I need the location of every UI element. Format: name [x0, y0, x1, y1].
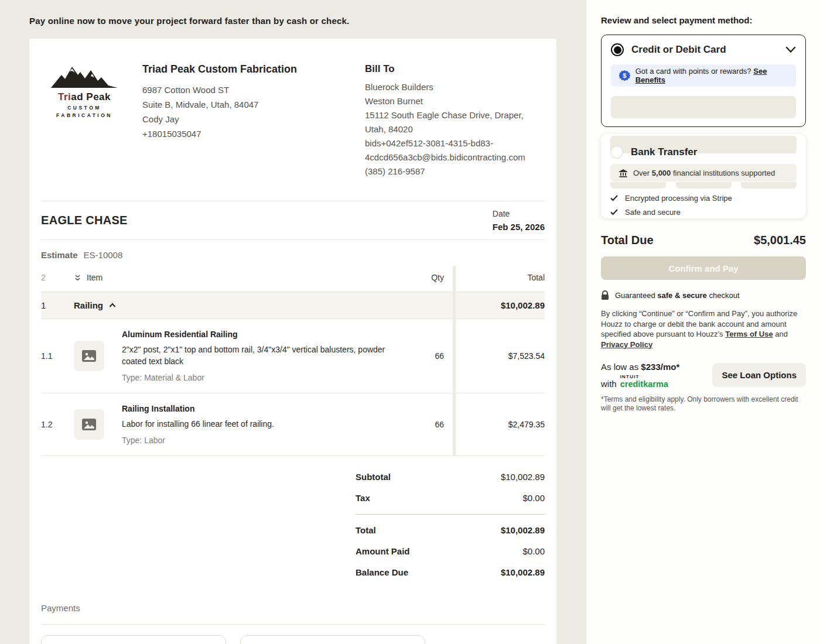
dollar-badge-icon: $ [619, 70, 630, 81]
creditkarma-logo: INTUIT creditkarma [620, 375, 668, 389]
main-content: Pay online now to move your project forw… [0, 0, 586, 644]
group-row-railing[interactable]: 1 Railing $10,002.89 [41, 292, 545, 319]
credit-card-label: Credit or Debit Card [631, 44, 778, 56]
item-text: Railing Installation Labor for installin… [122, 404, 409, 445]
tax-label: Tax [356, 492, 370, 505]
logo-subtitle-1: CUSTOM [50, 105, 119, 111]
bill-to-title: Bill To [365, 63, 545, 75]
item-qty: 66 [409, 351, 444, 361]
balance-due-label: Balance Due [356, 566, 408, 579]
bank-transfer-card[interactable]: Bank Transfer Over 5,000 financial insti… [601, 134, 806, 218]
authorization-text: By clicking “Continue” or “Confirm and P… [601, 309, 806, 350]
company-logo: Triad Peak CUSTOM FABRICATION [50, 63, 119, 179]
item-thumbnail[interactable] [74, 409, 104, 440]
loan-with: with [601, 379, 617, 389]
chevron-up-icon[interactable] [109, 303, 116, 308]
loan-offer-row: As low as $233/mo* with INTUIT creditkar… [601, 362, 806, 389]
balance-due-value: $10,002.89 [501, 566, 545, 579]
expand-all-icon[interactable] [74, 274, 81, 282]
chevron-down-icon[interactable] [785, 46, 796, 53]
payments-divider [41, 624, 545, 625]
rewards-text: Got a card with points or rewards? [636, 67, 751, 76]
item-title: Railing Installation [122, 404, 409, 413]
amount-paid-label: Amount Paid [356, 545, 410, 558]
feature-text: Encrypted processing via Stripe [625, 194, 732, 203]
project-name: EAGLE CHASE [41, 214, 128, 227]
item-total: $2,479.35 [444, 420, 545, 429]
totals-block: Subtotal $10,002.89 Tax $0.00 Total $10,… [356, 467, 545, 583]
header-item: Item [87, 273, 102, 282]
bill-to-contact: Weston Burnet [365, 94, 545, 108]
company-name: Triad Peak Custom Fabrication [142, 63, 365, 76]
bill-to-block: Bill To Bluerock Builders Weston Burnet … [365, 63, 545, 179]
bank-banner: Over 5,000 financial institutions suppor… [610, 164, 797, 181]
payment-schedule: $5,001.45 Upcoming Deposit $5,001.44 [41, 635, 545, 644]
intuit-wordmark: INTUIT [620, 375, 668, 379]
privacy-policy-link[interactable]: Privacy Policy [601, 340, 652, 349]
invoice-header: Triad Peak CUSTOM FABRICATION Triad Peak… [41, 39, 545, 201]
loan-rate: $233/mo* [641, 362, 679, 372]
bill-to-name: Bluerock Builders [365, 80, 545, 94]
radio-credit-card[interactable] [611, 43, 624, 56]
estimate-line: EstimateES-10008 [41, 240, 545, 266]
total-due-label: Total Due [601, 234, 654, 247]
see-loan-options-button[interactable]: See Loan Options [712, 363, 806, 387]
image-placeholder-icon [81, 349, 97, 363]
item-qty: 66 [409, 420, 444, 429]
bill-to-address: 15112 South Eagle Chase Drive, Draper, U… [365, 108, 545, 136]
item-count: 2 [41, 273, 74, 282]
payment-card-completion: $5,001.44 Upcoming Upon completion [240, 635, 425, 644]
rewards-banner: $ Got a card with points or rewards? See… [611, 64, 796, 87]
feature-row: Safe and secure [610, 208, 797, 217]
sidebar-heading: Review and select payment method: [601, 15, 806, 25]
company-info: Triad Peak Custom Fabrication 6987 Cotto… [142, 63, 365, 179]
item-title: Aluminum Residential Railing [122, 330, 409, 339]
table-header-row: 2 Item Qty Total [41, 266, 545, 292]
terms-of-use-link[interactable]: Terms of Use [725, 330, 773, 338]
logo-title: Triad Peak [50, 91, 119, 103]
bank-transfer-label: Bank Transfer [631, 146, 797, 158]
mountains-logo-icon [50, 63, 119, 90]
item-thumbnail[interactable] [74, 341, 104, 371]
estimate-label: Estimate [41, 250, 78, 260]
page-headline: Pay online now to move your project forw… [29, 16, 586, 26]
subtotal-value: $10,002.89 [501, 471, 545, 484]
table-row: 1.1 Aluminum Residential Railing 2"x2" p… [41, 319, 545, 393]
estimate-table: 2 Item Qty Total 1 Railing [41, 266, 545, 456]
item-description: Labor for installing 66 linear feet of r… [122, 418, 409, 430]
group-total: $10,002.89 [444, 300, 545, 310]
company-address-2: Suite B, Midvale, Utah, 84047 [142, 97, 365, 112]
feature-text: Safe and secure [625, 208, 681, 217]
loan-prefix: As low as [601, 362, 641, 372]
item-total: $7,523.54 [444, 351, 545, 361]
legal-and: and [773, 330, 788, 338]
bank-icon [619, 169, 628, 177]
totals-divider [356, 514, 545, 515]
column-divider [453, 266, 456, 456]
invoice-card: Triad Peak CUSTOM FABRICATION Triad Peak… [29, 39, 556, 644]
subtotal-label: Subtotal [356, 471, 391, 484]
estimate-number: ES-10008 [84, 250, 123, 260]
company-phone: +18015035047 [142, 126, 365, 141]
header-qty: Qty [409, 273, 444, 282]
item-text: Aluminum Residential Railing 2"x2" post,… [122, 330, 409, 382]
row-num: 1.2 [41, 420, 74, 429]
total-value: $10,002.89 [501, 524, 545, 537]
radio-bank-transfer[interactable] [610, 146, 623, 159]
confirm-and-pay-button[interactable]: Confirm and Pay [601, 256, 806, 280]
loan-offer-text: As low as $233/mo* with INTUIT creditkar… [601, 362, 679, 389]
payment-option-card[interactable]: Credit or Debit Card $ Got a card with p… [601, 35, 806, 127]
card-input-skeleton [611, 96, 796, 118]
table-row: 1.2 Railing Installation Labor for insta… [41, 393, 545, 456]
bill-to-phone: (385) 216-9587 [365, 165, 545, 179]
item-type: Type: Material & Labor [122, 373, 409, 382]
total-due-row: Total Due $5,001.45 [601, 234, 806, 247]
loan-terms-note: *Terms and eligibility apply. Only borro… [601, 395, 806, 413]
amount-paid-value: $0.00 [522, 545, 545, 558]
image-placeholder-icon [81, 417, 97, 431]
secure-text: Guaranteed [615, 291, 657, 300]
secure-bold: safe & secure [657, 291, 707, 300]
company-contact: Cody Jay [142, 112, 365, 126]
logo-subtitle-2: FABRICATION [50, 112, 119, 118]
project-row: EAGLE CHASE Date Feb 25, 2026 [41, 201, 545, 240]
